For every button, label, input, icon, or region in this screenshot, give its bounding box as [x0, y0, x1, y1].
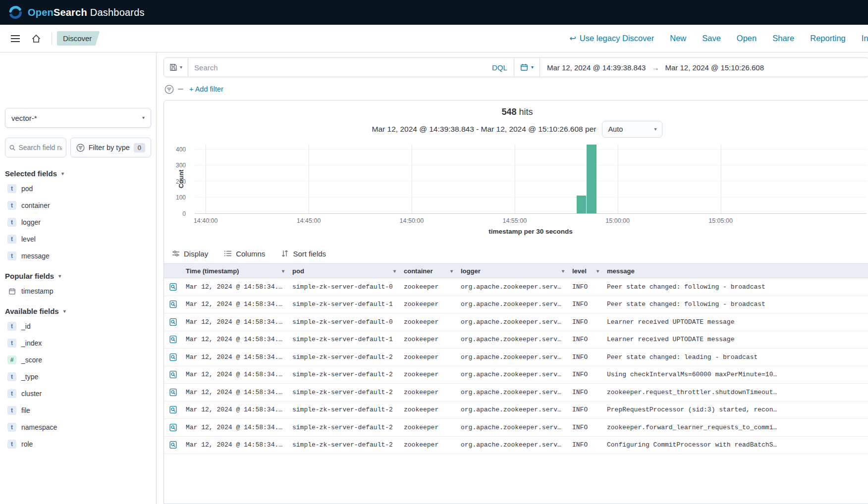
cell-level: INFO: [568, 353, 603, 361]
main-area: ▾ DQL ▾ Mar 12, 2024 @ 14:39:38.843 → Ma…: [157, 52, 868, 504]
sort-caret-icon[interactable]: ▾: [594, 268, 599, 274]
inspect-document-button[interactable]: [169, 335, 177, 344]
inspect-document-button[interactable]: [169, 388, 177, 397]
field-name: pod: [21, 185, 33, 193]
field-item-logger[interactable]: tlogger: [5, 214, 151, 231]
toolbar-link-share[interactable]: Share: [772, 34, 794, 43]
date-quick-select-button[interactable]: ▾: [514, 58, 540, 77]
field-item-pod[interactable]: tpod: [5, 180, 151, 197]
fields-popular: timestamp: [5, 283, 151, 300]
cell-message: Learner received UPTODATE message: [603, 336, 868, 343]
end-date-button[interactable]: Mar 12, 2024 @ 15:10:26.608: [665, 63, 764, 72]
string-field-icon: t: [7, 184, 16, 193]
selected-fields-header[interactable]: Selected fields ▾: [5, 169, 151, 178]
table-row: Mar 12, 2024 @ 14:58:34.…simple-zk-serve…: [164, 349, 868, 366]
field-item-namespace[interactable]: tnamespace: [5, 419, 151, 436]
toolbar-link-use-legacy-discover[interactable]: ↩Use legacy Discover: [569, 34, 654, 43]
inspect-document-button[interactable]: [169, 283, 177, 291]
toolbar-link-save[interactable]: Save: [702, 34, 721, 43]
field-item-message[interactable]: tmessage: [5, 248, 151, 264]
sort-caret-icon[interactable]: ▾: [559, 268, 564, 274]
available-fields-header[interactable]: Available fields ▾: [5, 307, 151, 315]
inspect-document-button[interactable]: [169, 423, 177, 432]
table-header-row: Time (timestamp)▾pod▾container▾logger▾le…: [164, 263, 868, 278]
field-item-timestamp[interactable]: timestamp: [5, 283, 151, 300]
table-toolbar: Display Columns Sort fields: [164, 244, 868, 263]
field-item-container[interactable]: tcontainer: [5, 197, 151, 214]
cell-logger: org.apache.zookeeper.serv…: [457, 389, 568, 396]
saved-query-button[interactable]: ▾: [164, 58, 188, 77]
start-date-button[interactable]: Mar 12, 2024 @ 14:39:38.843: [547, 63, 646, 72]
sidebar: vector-* ▾ Filter by type 0 Selected fie…: [0, 52, 157, 504]
histogram-bar[interactable]: [587, 145, 597, 213]
field-item-_index[interactable]: t_index: [5, 335, 151, 352]
query-language-button[interactable]: DQL: [486, 58, 514, 77]
field-item-level[interactable]: tlevel: [5, 231, 151, 248]
inspect-document-button[interactable]: [169, 441, 177, 449]
breadcrumb[interactable]: Discover: [57, 31, 100, 46]
field-item-cluster[interactable]: tcluster: [5, 385, 151, 402]
calendar-icon: [520, 63, 528, 71]
string-field-icon: t: [7, 235, 16, 244]
popular-fields-header[interactable]: Popular fields ▾: [5, 272, 151, 280]
cell-level: INFO: [568, 283, 603, 291]
field-item-_id[interactable]: t_id: [5, 318, 151, 335]
cell-message: PrepRequestProcessor (sid:3) started, re…: [603, 406, 868, 413]
top-toolbar: Discover ↩Use legacy Discover NewSaveOpe…: [0, 25, 868, 52]
inspect-document-button[interactable]: [169, 318, 177, 326]
field-item-_type[interactable]: t_type: [5, 368, 151, 385]
display-button[interactable]: Display: [172, 250, 208, 258]
cell-level: INFO: [568, 336, 603, 343]
cell-time: Mar 12, 2024 @ 14:58:34.…: [182, 406, 288, 413]
toolbar-link-inspect[interactable]: Inspect: [862, 34, 868, 43]
filter-by-type-button[interactable]: Filter by type 0: [70, 138, 151, 157]
home-button[interactable]: [26, 28, 47, 49]
cell-message: Peer state changed: following - broadcas…: [603, 283, 868, 291]
toolbar-link-new[interactable]: New: [670, 34, 686, 43]
column-header-level[interactable]: level▾: [568, 267, 603, 275]
field-search-input[interactable]: [18, 144, 61, 151]
field-item-file[interactable]: tfile: [5, 402, 151, 419]
menu-button[interactable]: [5, 28, 26, 49]
inspect-document-button[interactable]: [169, 300, 177, 308]
index-pattern-select[interactable]: vector-* ▾: [5, 108, 151, 128]
string-field-icon: t: [7, 372, 16, 381]
cell-pod: simple-zk-server-default-0: [288, 318, 400, 326]
y-gridline: [195, 165, 867, 165]
cell-container: zookeeper: [400, 283, 457, 291]
toolbar-link-open[interactable]: Open: [737, 34, 757, 43]
search-input[interactable]: [188, 58, 486, 77]
histogram-bar[interactable]: [577, 196, 587, 213]
sort-caret-icon[interactable]: ▾: [390, 268, 396, 274]
column-header-container[interactable]: container▾: [400, 267, 457, 275]
inspect-document-button[interactable]: [169, 353, 177, 361]
x-axis-ticks: 14:40:0014:45:0014:50:0014:55:0015:00:00…: [195, 214, 867, 226]
inspect-document-icon: [169, 370, 177, 379]
cell-container: zookeeper: [400, 371, 457, 378]
interval-select[interactable]: Auto ▾: [602, 121, 662, 138]
cell-logger: org.apache.zookeeper.serv…: [457, 301, 568, 308]
sort-caret-icon[interactable]: ▾: [279, 268, 284, 274]
column-header-logger[interactable]: logger▾: [457, 267, 568, 275]
opensearch-dashboards-app: OpenSearchDashboards Discover ↩Use legac…: [0, 0, 868, 504]
column-header-pod[interactable]: pod▾: [288, 267, 400, 275]
column-header-time-timestamp-[interactable]: Time (timestamp)▾: [182, 267, 288, 275]
cell-pod: simple-zk-server-default-2: [288, 441, 400, 449]
sort-fields-button[interactable]: Sort fields: [281, 250, 326, 258]
inspect-document-button[interactable]: [169, 370, 177, 379]
sort-caret-icon[interactable]: ▾: [447, 268, 453, 274]
cell-message: zookeeper.request_throttler.shutdownTime…: [603, 389, 868, 396]
cell-logger: org.apache.zookeeper.serv…: [457, 441, 568, 449]
toolbar-link-reporting[interactable]: Reporting: [810, 34, 846, 43]
date-range: Mar 12, 2024 @ 14:39:38.843 → Mar 12, 20…: [540, 58, 868, 77]
field-item-_score[interactable]: #_score: [5, 352, 151, 368]
add-filter-button[interactable]: + Add filter: [189, 85, 223, 93]
field-item-role[interactable]: trole: [5, 436, 151, 453]
columns-button[interactable]: Columns: [224, 250, 265, 258]
string-field-icon: t: [7, 406, 16, 415]
field-name: file: [21, 406, 30, 414]
x-gridline: [515, 145, 515, 213]
column-header-message[interactable]: message: [603, 267, 868, 275]
inspect-document-button[interactable]: [169, 405, 177, 414]
opensearch-logo[interactable]: OpenSearchDashboards: [8, 5, 145, 20]
